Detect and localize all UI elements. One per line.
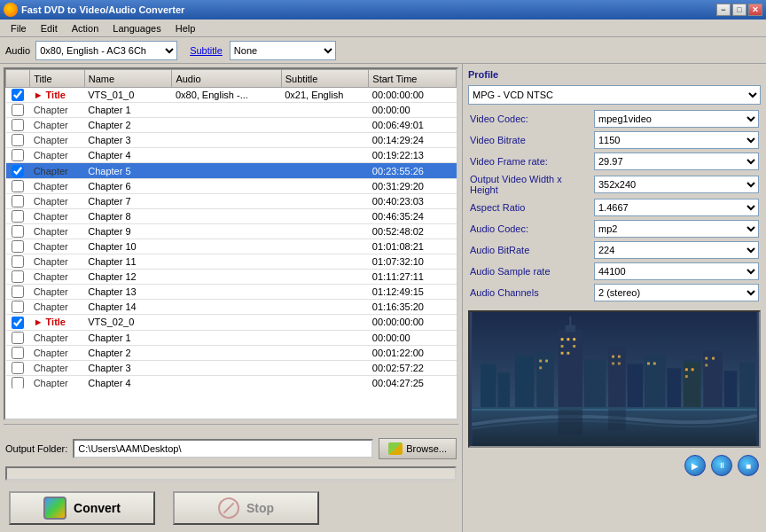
row-checkbox[interactable] [12,377,24,388]
row-checkbox[interactable] [12,332,24,344]
audio-samplerate-select[interactable]: 44100 [594,262,759,280]
row-checkbox[interactable] [12,210,24,223]
row-checkbox[interactable] [12,225,24,238]
table-row[interactable]: ChapterChapter 1001:01:08:21 [6,239,457,254]
table-row[interactable]: ChapterChapter 1401:16:35:20 [6,300,457,315]
table-row[interactable]: ChapterChapter 1201:11:27:11 [6,270,457,285]
row-checkbox[interactable] [12,362,24,374]
row-checkbox[interactable] [12,255,24,268]
row-start-time: 01:11:27:11 [369,270,457,285]
row-audio [172,345,281,360]
menu-action[interactable]: Action [65,21,106,35]
row-name: VTS_01_0 [84,88,172,103]
row-checkbox[interactable] [12,286,24,298]
output-size-select[interactable]: 352x240 [594,176,759,193]
row-checkbox[interactable] [12,195,24,207]
video-bitrate-select[interactable]: 1150 [594,131,759,149]
menu-edit[interactable]: Edit [34,21,65,35]
row-start-time: 00:00:00 [369,103,457,118]
row-name: Chapter 9 [84,223,172,239]
menu-help[interactable]: Help [168,21,203,35]
video-codec-select[interactable]: mpeg1video [594,110,759,128]
table-row[interactable]: ChapterChapter 100:00:00 [6,103,457,118]
row-subtitle [281,148,369,163]
table-row[interactable]: ChapterChapter 1101:07:32:10 [6,254,457,270]
video-framerate-select[interactable]: 29.97 [594,153,759,170]
table-row[interactable]: ChapterChapter 300:14:29:24 [6,133,457,148]
row-checkbox[interactable] [12,240,24,253]
svg-rect-38 [559,409,582,434]
profile-select[interactable]: MPG - VCD NTSC MPG - SVCD NTSC AVI - Div… [468,85,761,105]
svg-rect-6 [559,329,582,407]
menu-file[interactable]: File [4,21,34,35]
table-row[interactable]: ChapterChapter 700:40:23:03 [6,193,457,208]
svg-rect-8 [569,317,571,327]
audio-bitrate-select[interactable]: 224 [594,241,759,259]
table-row[interactable]: ChapterChapter 200:06:49:01 [6,118,457,133]
row-checkbox[interactable] [12,301,24,313]
row-start-time: 00:00:00 [369,330,457,345]
row-start-time: 00:00:00:00 [369,88,457,103]
row-checkbox[interactable] [12,89,24,101]
row-audio: 0x80, English -... [172,88,281,103]
maximize-button[interactable]: □ [732,4,746,16]
row-checkbox[interactable] [12,119,24,131]
file-table: Title Name Audio Subtitle Start Time ► T… [5,69,457,388]
menu-languages[interactable]: Languages [106,21,168,35]
row-subtitle [281,208,369,223]
row-start-time: 01:12:49:15 [369,285,457,300]
stop-media-button[interactable]: ■ [738,455,759,476]
row-audio [172,223,281,239]
row-checkbox[interactable] [12,149,24,161]
row-checkbox[interactable] [12,270,24,283]
audio-select[interactable]: 0x80, English - AC3 6Ch [35,41,177,60]
subtitle-select[interactable]: None [230,41,336,60]
row-name: Chapter 4 [84,148,172,163]
browse-button[interactable]: Browse... [379,438,457,459]
audio-codec-select[interactable]: mp2 [594,220,759,238]
row-checkbox[interactable] [12,104,24,116]
close-button[interactable]: ✕ [748,4,762,16]
table-row[interactable]: ChapterChapter 800:46:35:24 [6,208,457,223]
table-scroll[interactable]: Title Name Audio Subtitle Start Time ► T… [5,69,457,388]
table-row[interactable]: ChapterChapter 600:31:29:20 [6,178,457,193]
table-row[interactable]: ChapterChapter 100:00:00 [6,330,457,345]
stop-button[interactable]: Stop [173,491,319,525]
file-table-container: Title Name Audio Subtitle Start Time ► T… [4,67,458,420]
row-name: Chapter 7 [84,193,172,208]
table-row[interactable]: ChapterChapter 500:23:55:26 [6,163,457,178]
convert-button[interactable]: Convert [9,491,155,525]
pause-button[interactable]: ⏸ [711,455,732,476]
table-row[interactable]: ChapterChapter 900:52:48:02 [6,223,457,239]
col-type: Title [30,70,85,88]
output-path-input[interactable] [73,439,373,458]
audio-channels-select[interactable]: 2 (stereo) [594,284,759,301]
row-checkbox[interactable] [12,134,24,146]
table-row[interactable]: ► TitleVTS_02_000:00:00:00 [6,315,457,330]
table-row[interactable]: ► TitleVTS_01_00x80, English -...0x21, E… [6,88,457,103]
row-checkbox[interactable] [12,165,24,177]
svg-rect-3 [481,364,496,407]
table-row[interactable]: ChapterChapter 400:04:27:25 [6,375,457,388]
audio-samplerate-label: Audio Sample rate [468,261,592,282]
progress-bar-outer [5,466,457,481]
row-checkbox[interactable] [12,347,24,359]
row-start-time: 00:02:57:22 [369,360,457,375]
table-row[interactable]: ChapterChapter 300:02:57:22 [6,360,457,375]
svg-rect-28 [539,366,542,369]
aspect-ratio-select[interactable]: 1.4667 [594,199,759,216]
convert-label: Convert [74,501,121,515]
minimize-button[interactable]: − [716,4,731,16]
svg-rect-23 [573,345,575,348]
table-row[interactable]: ChapterChapter 1301:12:49:15 [6,285,457,300]
row-name: Chapter 6 [84,178,172,193]
row-name: Chapter 4 [84,375,172,388]
row-checkbox[interactable] [12,180,24,192]
table-row[interactable]: ChapterChapter 400:19:22:13 [6,148,457,163]
row-subtitle [281,163,369,178]
row-checkbox[interactable] [12,317,24,329]
play-button[interactable]: ▶ [684,455,706,476]
horizontal-scrollbar[interactable] [4,424,458,434]
row-subtitle [281,103,369,118]
table-row[interactable]: ChapterChapter 200:01:22:00 [6,345,457,360]
